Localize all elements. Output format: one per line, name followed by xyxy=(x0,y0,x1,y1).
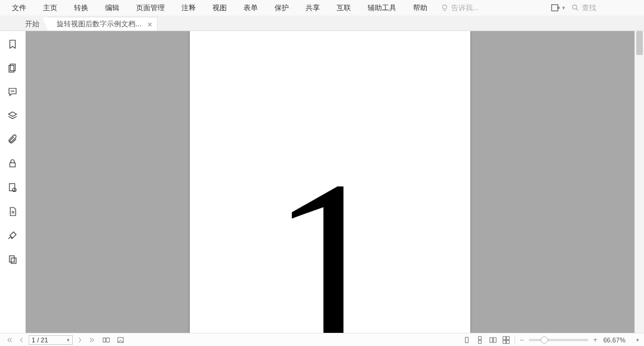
continuous-view-icon[interactable] xyxy=(475,335,485,345)
svg-rect-26 xyxy=(503,336,506,339)
clipboard-icon[interactable] xyxy=(7,253,19,265)
facing-view-icon[interactable] xyxy=(488,335,498,345)
menu-bar: 文件 主页 转换 编辑 页面管理 注释 视图 表单 保护 共享 互联 辅助工具 … xyxy=(0,0,644,16)
find-box[interactable]: 查找 xyxy=(569,3,640,13)
tab-document-label: 旋转视图后数字示例文档... xyxy=(57,19,141,29)
layers-icon[interactable] xyxy=(7,110,19,122)
search-icon xyxy=(571,4,580,12)
file-icon[interactable] xyxy=(7,206,19,218)
last-page-button[interactable] xyxy=(87,335,97,345)
close-icon[interactable]: × xyxy=(147,20,152,29)
menu-help[interactable]: 帮助 xyxy=(405,0,436,16)
svg-rect-12 xyxy=(10,183,15,191)
security-icon[interactable] xyxy=(7,158,19,170)
zoom-slider-knob[interactable] xyxy=(541,336,548,344)
svg-rect-18 xyxy=(103,338,106,342)
page-content: 1 xyxy=(270,145,390,333)
menu-convert[interactable]: 转换 xyxy=(66,0,97,16)
zoom-level-label[interactable]: 66.67% xyxy=(603,336,625,344)
svg-rect-19 xyxy=(106,338,109,342)
tab-start-label: 开始 xyxy=(25,19,39,29)
svg-rect-11 xyxy=(10,163,16,167)
chevron-down-icon: ▾ xyxy=(562,5,565,11)
svg-rect-27 xyxy=(506,336,509,339)
menu-connect[interactable]: 互联 xyxy=(328,0,359,16)
reflow-button[interactable]: ▾ xyxy=(547,2,569,13)
next-page-button[interactable] xyxy=(75,335,85,345)
zoom-out-button[interactable]: − xyxy=(519,336,525,344)
svg-rect-23 xyxy=(478,340,481,343)
tell-me-search[interactable]: 告诉我... xyxy=(440,3,479,13)
menu-comment[interactable]: 注释 xyxy=(173,0,204,16)
menu-form[interactable]: 表单 xyxy=(235,0,266,16)
zoom-in-button[interactable]: + xyxy=(592,336,599,344)
svg-point-13 xyxy=(13,188,16,192)
svg-rect-2 xyxy=(551,5,558,11)
svg-rect-22 xyxy=(478,336,481,339)
pages-icon[interactable] xyxy=(7,62,19,74)
chevron-down-icon[interactable]: ▾ xyxy=(636,337,639,343)
lightbulb-icon xyxy=(440,4,449,12)
vertical-scrollbar[interactable] xyxy=(634,31,644,333)
page-number-value: 1 / 21 xyxy=(32,336,48,344)
svg-point-4 xyxy=(572,5,577,9)
svg-line-5 xyxy=(577,9,578,11)
svg-rect-24 xyxy=(489,337,492,342)
tab-bar: 开始 旋转视图后数字示例文档... × xyxy=(0,16,644,31)
svg-rect-28 xyxy=(503,340,506,343)
tab-document[interactable]: 旋转视图后数字示例文档... × xyxy=(48,17,158,31)
menu-protect[interactable]: 保护 xyxy=(266,0,297,16)
menu-page-organize[interactable]: 页面管理 xyxy=(128,0,173,16)
thumbnail-toggle-icon[interactable] xyxy=(101,335,111,345)
svg-point-8 xyxy=(11,91,11,91)
reading-mode-icon[interactable] xyxy=(116,335,125,345)
menu-view[interactable]: 视图 xyxy=(204,0,235,16)
workspace: ▶ 1 xyxy=(0,31,644,333)
side-panel: ▶ xyxy=(0,31,26,333)
stamp-icon[interactable] xyxy=(7,182,19,194)
signature-icon[interactable] xyxy=(7,229,19,241)
svg-rect-25 xyxy=(493,337,496,342)
scrollbar-thumb[interactable] xyxy=(636,31,643,55)
page: 1 xyxy=(190,31,470,333)
svg-point-0 xyxy=(443,5,447,9)
zoom-slider[interactable] xyxy=(529,339,588,341)
page-number-input[interactable]: 1 / 21 ▾ xyxy=(29,335,73,345)
continuous-facing-view-icon[interactable] xyxy=(501,335,511,345)
svg-rect-29 xyxy=(506,340,509,343)
svg-point-9 xyxy=(13,91,13,91)
svg-rect-21 xyxy=(465,337,468,342)
first-page-button[interactable] xyxy=(5,335,14,345)
menu-file[interactable]: 文件 xyxy=(4,0,35,16)
document-canvas[interactable]: 1 xyxy=(26,31,634,333)
prev-page-button[interactable] xyxy=(17,335,26,345)
menu-home[interactable]: 主页 xyxy=(35,0,66,16)
find-placeholder: 查找 xyxy=(582,3,596,13)
attachment-icon[interactable] xyxy=(7,134,19,146)
status-bar: 1 / 21 ▾ − + xyxy=(0,333,644,346)
menu-share[interactable]: 共享 xyxy=(297,0,328,16)
single-page-view-icon[interactable] xyxy=(462,335,472,345)
bookmark-icon[interactable] xyxy=(7,38,19,50)
svg-point-10 xyxy=(14,91,14,91)
svg-rect-17 xyxy=(11,258,16,264)
comment-icon[interactable] xyxy=(7,86,19,98)
tell-me-placeholder: 告诉我... xyxy=(451,3,479,13)
menu-accessibility[interactable]: 辅助工具 xyxy=(359,0,405,16)
chevron-down-icon: ▾ xyxy=(67,337,70,343)
menu-edit[interactable]: 编辑 xyxy=(97,0,128,16)
svg-rect-16 xyxy=(10,256,14,262)
svg-point-3 xyxy=(557,7,559,9)
